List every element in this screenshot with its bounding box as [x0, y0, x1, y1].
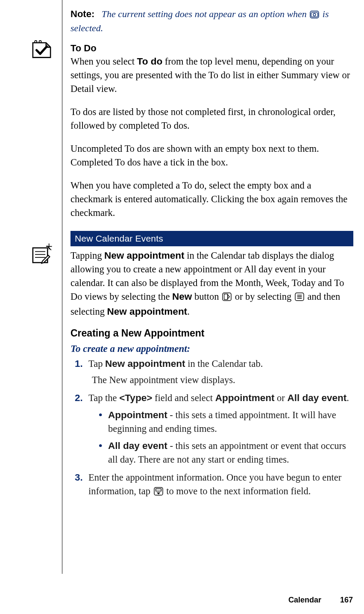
svg-point-0 — [35, 41, 37, 43]
new-page-icon — [222, 291, 232, 305]
step-1-result: The New appointment view displays. — [92, 373, 353, 387]
todo-heading: To Do — [70, 43, 353, 54]
creating-heading: Creating a New Appointment — [70, 328, 353, 339]
footer-section: Calendar — [288, 596, 321, 605]
menu-icon — [295, 291, 304, 305]
document-page: Note: The current setting does not appea… — [0, 0, 364, 614]
bullet-all-day: All day event - this sets an appointment… — [99, 439, 353, 466]
svg-point-1 — [39, 41, 41, 43]
procedure-title: To create a new appointment: — [70, 343, 353, 354]
bullet-appointment: Appointment - this sets a timed appointm… — [99, 408, 353, 436]
step-1: Tap New appointment in the Calendar tab.… — [70, 357, 353, 387]
vertical-rule — [62, 0, 62, 574]
footer-page-number: 167 — [340, 596, 353, 605]
step-3: Enter the appointment information. Once … — [70, 471, 353, 499]
note-pad-icon — [30, 242, 53, 266]
todo-p4: When you have completed a To do, select … — [70, 179, 353, 220]
note-block: Note: The current setting does not appea… — [70, 8, 353, 34]
checkbox-tag-icon — [30, 38, 53, 61]
note-label: Note: — [70, 9, 94, 19]
content-column: Note: The current setting does not appea… — [70, 8, 353, 504]
procedure-steps: Tap New appointment in the Calendar tab.… — [70, 357, 353, 499]
camera-icon — [310, 9, 319, 22]
page-footer: Calendar 167 — [288, 596, 353, 605]
todo-p1: When you select To do from the top level… — [70, 55, 353, 96]
step-2: Tap the <Type> field and select Appointm… — [70, 391, 353, 466]
note-text-pre: The current setting does not appear as a… — [102, 9, 309, 19]
section-intro: Tapping New appointment in the Calendar … — [70, 249, 353, 319]
step-2-bullets: Appointment - this sets a timed appointm… — [99, 408, 353, 466]
nav-down-icon — [154, 486, 163, 499]
section-heading: New Calendar Events — [70, 231, 353, 246]
todo-p3: Uncompleted To dos are shown with an emp… — [70, 142, 353, 169]
todo-p2: To dos are listed by those not completed… — [70, 105, 353, 133]
